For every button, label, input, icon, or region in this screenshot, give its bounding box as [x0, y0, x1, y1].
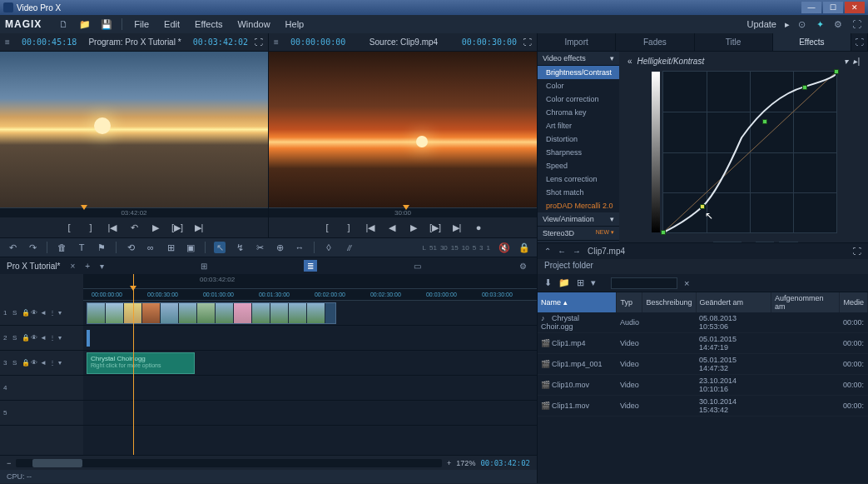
- menu-help[interactable]: Help: [282, 17, 308, 31]
- fx-cat-stereo3d[interactable]: Stereo3DNEW ▾: [538, 227, 619, 241]
- panel-expand-icon[interactable]: ⛶: [851, 33, 868, 51]
- mute-button[interactable]: 🔇: [498, 242, 510, 253]
- curve-point[interactable]: [834, 69, 839, 74]
- marker-button[interactable]: ⚑: [96, 242, 107, 253]
- menu-window[interactable]: Window: [234, 17, 273, 31]
- view-settings-icon[interactable]: ⚙: [517, 260, 530, 272]
- table-row[interactable]: 🎬Clip1.mp4Video05.01.2015 14:47:1900:00:: [538, 333, 868, 354]
- go-start-button[interactable]: |◀: [364, 221, 377, 234]
- curve-tool[interactable]: ↯: [234, 242, 246, 253]
- play-range-button[interactable]: [▶]: [429, 221, 442, 234]
- record-button[interactable]: ●: [472, 221, 485, 234]
- track-2[interactable]: [83, 326, 537, 351]
- update-button[interactable]: Update: [744, 17, 780, 31]
- window-maximize-button[interactable]: ☐: [823, 2, 843, 13]
- table-row[interactable]: 🎬Clip11.movVideo30.10.2014 15:43:4200:00…: [538, 396, 868, 417]
- collapse-up-icon[interactable]: ⌃: [544, 247, 551, 256]
- hamburger-icon[interactable]: ≡: [274, 37, 284, 47]
- zoom-out-icon[interactable]: −: [7, 459, 11, 467]
- eye-icon[interactable]: 👁: [31, 309, 37, 317]
- options-icon[interactable]: ▾: [591, 277, 596, 288]
- out-point-button[interactable]: ]: [84, 221, 97, 234]
- fx-sharpness[interactable]: Sharpness: [538, 146, 619, 159]
- col-typ[interactable]: Typ: [617, 292, 642, 312]
- cut-tool[interactable]: ✂: [254, 242, 265, 253]
- fx-distortion[interactable]: Distortion: [538, 132, 619, 146]
- open-icon[interactable]: 📁: [78, 17, 92, 31]
- table-row[interactable]: ♪Chrystal Choir.oggAudio05.08.2013 10:53…: [538, 312, 868, 333]
- tab-add-icon[interactable]: +: [85, 262, 90, 271]
- text-button[interactable]: T: [76, 242, 87, 253]
- vol-icon[interactable]: ◄: [40, 309, 47, 317]
- video-clip[interactable]: [87, 302, 336, 324]
- view-mode-icon[interactable]: ⊞: [577, 277, 584, 288]
- expand-icon[interactable]: ⛶: [255, 37, 263, 47]
- delete-button[interactable]: 🗑: [56, 242, 67, 253]
- col-med[interactable]: Medie: [840, 292, 868, 312]
- col-name[interactable]: Name ▴: [538, 292, 617, 312]
- expand-icon[interactable]: ⋮: [49, 309, 56, 317]
- fx-lens-correction[interactable]: Lens correction: [538, 172, 619, 186]
- fullscreen-icon[interactable]: ⛶: [850, 17, 863, 31]
- save-icon[interactable]: 💾: [100, 17, 113, 31]
- step-back-button[interactable]: ◀: [385, 221, 399, 234]
- fx-shot-match[interactable]: Shot match: [538, 186, 619, 199]
- group-button[interactable]: ⊞: [165, 242, 176, 253]
- unlink-button[interactable]: ∞: [145, 242, 156, 253]
- hamburger-icon[interactable]: ≡: [5, 37, 15, 47]
- folder-icon[interactable]: 📁: [558, 277, 570, 288]
- menu-file[interactable]: File: [131, 17, 152, 31]
- zoom-tool[interactable]: ⊕: [274, 242, 285, 253]
- h-scrollbar[interactable]: [16, 459, 442, 467]
- lock-icon[interactable]: 🔒: [22, 309, 28, 317]
- window-minimize-button[interactable]: —: [801, 2, 821, 13]
- tab-title[interactable]: Title: [695, 33, 773, 51]
- settings-cyan-icon[interactable]: ✦: [813, 17, 826, 31]
- view-grid-icon[interactable]: ⊞: [197, 260, 211, 272]
- link-button[interactable]: ⟲: [125, 242, 136, 253]
- import-icon[interactable]: ⬇: [544, 277, 552, 288]
- timeline-ruler-marks[interactable]: 00:00:00:0000:00:30:0000:01:00:0000:01:3…: [83, 289, 537, 301]
- tab-effects[interactable]: Effects: [773, 33, 851, 51]
- preset-dropdown-icon[interactable]: ▾: [844, 57, 848, 66]
- audio-clip[interactable]: Chrystal Choir.ogg Right click for more …: [87, 352, 195, 374]
- col-auf[interactable]: Aufgenommen am: [771, 292, 839, 312]
- out-point-button[interactable]: ]: [342, 221, 355, 234]
- info-icon[interactable]: ⊙: [795, 17, 808, 31]
- track-3[interactable]: Chrystal Choir.ogg Right click for more …: [83, 351, 537, 376]
- in-point-button[interactable]: [: [62, 221, 76, 234]
- tab-menu-icon[interactable]: ▾: [100, 262, 104, 271]
- lock-button[interactable]: 🔒: [518, 242, 530, 253]
- play-button[interactable]: ▶: [407, 221, 420, 234]
- zoom-pct[interactable]: 172%: [456, 459, 475, 467]
- tab-fades[interactable]: Fades: [616, 33, 694, 51]
- source-video[interactable]: [269, 52, 537, 207]
- step-back-button[interactable]: ↶: [127, 221, 141, 234]
- col-mod[interactable]: Geändert am: [696, 292, 771, 312]
- goto-end-icon[interactable]: ▸|: [853, 57, 860, 66]
- expand-icon[interactable]: ⛶: [523, 37, 532, 47]
- table-row[interactable]: 🎬Clip10.movVideo23.10.2014 10:10:1600:00…: [538, 375, 868, 396]
- table-row[interactable]: 🎬Clip1.mp4_001Video05.01.2015 14:47:3200…: [538, 354, 868, 375]
- fx-art-filter[interactable]: Art filter: [538, 119, 619, 132]
- curve-editor[interactable]: ↖: [662, 71, 837, 233]
- program-video[interactable]: [0, 52, 268, 207]
- search-input[interactable]: [611, 277, 677, 289]
- track-1[interactable]: [83, 301, 537, 326]
- solo-icon[interactable]: S: [12, 309, 19, 317]
- curve-point[interactable]: [802, 85, 807, 90]
- marker-icon[interactable]: [81, 205, 87, 210]
- ripple-button[interactable]: ⫽: [343, 242, 355, 253]
- fx-cat-video[interactable]: Video effects▾: [538, 52, 619, 66]
- col-desc[interactable]: Beschreibung: [642, 292, 696, 312]
- curve-point[interactable]: [661, 230, 666, 235]
- collapse-icon[interactable]: «: [627, 57, 632, 66]
- new-icon[interactable]: 🗋: [57, 17, 70, 31]
- view-list-icon[interactable]: ≣: [304, 260, 317, 272]
- fx-cat-view[interactable]: View/Animation▾: [538, 212, 619, 227]
- fx-color[interactable]: Color: [538, 79, 619, 92]
- fx-color-correction[interactable]: Color correction: [538, 92, 619, 106]
- redo-button[interactable]: ↷: [27, 242, 38, 253]
- playhead[interactable]: [133, 274, 134, 455]
- tab-close-icon[interactable]: ×: [70, 262, 75, 271]
